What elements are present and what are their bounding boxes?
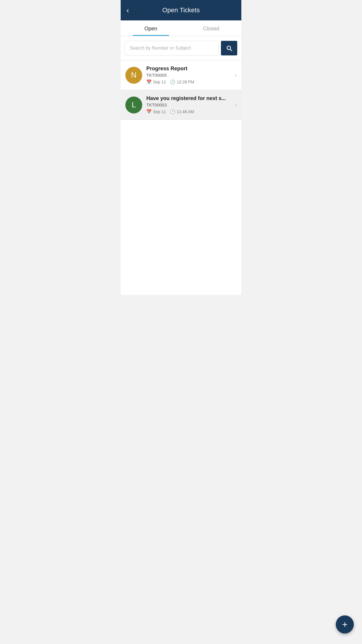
tab-open[interactable]: Open	[121, 20, 181, 36]
chevron-right-icon: ›	[235, 72, 237, 78]
ticket-meta: 📅 Sep 11 🕐 11:48 AM	[146, 109, 232, 114]
calendar-icon: 📅	[146, 109, 152, 114]
ticket-number: TKT00005	[146, 73, 232, 78]
tab-closed[interactable]: Closed	[181, 20, 241, 36]
chevron-right-icon: ›	[235, 102, 237, 108]
ticket-time: 🕐 11:48 AM	[170, 109, 194, 114]
back-button[interactable]: ‹	[126, 6, 129, 15]
clock-icon: 🕐	[170, 79, 175, 85]
clock-icon: 🕐	[170, 109, 175, 114]
search-input[interactable]	[125, 41, 219, 55]
tabs-bar: Open Closed	[121, 20, 241, 36]
calendar-icon: 📅	[146, 79, 152, 85]
ticket-content: Progress Report TKT00005 📅 Sep 11 🕐 12:2…	[146, 66, 232, 85]
ticket-list: N Progress Report TKT00005 📅 Sep 11 🕐 12…	[121, 60, 241, 120]
ticket-item[interactable]: N Progress Report TKT00005 📅 Sep 11 🕐 12…	[121, 60, 241, 90]
header: ‹ Open Tickets	[121, 0, 241, 20]
ticket-item[interactable]: L Have you registered for next s... TKT0…	[121, 90, 241, 120]
search-icon	[226, 45, 233, 52]
search-button[interactable]	[221, 41, 237, 55]
avatar: N	[125, 67, 142, 84]
page-title: Open Tickets	[126, 6, 236, 14]
ticket-date: 📅 Sep 11	[146, 109, 166, 114]
ticket-date: 📅 Sep 11	[146, 79, 166, 85]
ticket-time: 🕐 12:28 PM	[170, 79, 194, 85]
ticket-number: TKT00003	[146, 102, 232, 107]
ticket-subject: Have you registered for next s...	[146, 95, 232, 102]
avatar: L	[125, 97, 142, 113]
empty-content-area	[121, 120, 241, 295]
ticket-content: Have you registered for next s... TKT000…	[146, 95, 232, 114]
search-container	[121, 36, 241, 60]
ticket-subject: Progress Report	[146, 66, 232, 72]
ticket-meta: 📅 Sep 11 🕐 12:28 PM	[146, 79, 232, 85]
